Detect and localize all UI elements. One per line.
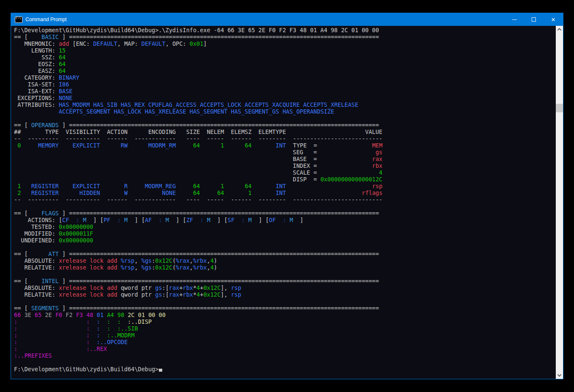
maximize-icon xyxy=(532,17,536,22)
minimize-button[interactable] xyxy=(505,13,524,26)
scroll-up-button[interactable] xyxy=(556,26,563,33)
close-button[interactable]: ✕ xyxy=(543,13,563,26)
command-prompt-window: C:\ Command Prompt ✕ F:\Development\GitH… xyxy=(11,13,563,379)
text-cursor xyxy=(159,369,162,372)
maximize-button[interactable] xyxy=(524,13,543,26)
window-controls: ✕ xyxy=(505,13,563,26)
scrollbar-thumb[interactable] xyxy=(556,104,563,112)
window-title: Command Prompt xyxy=(25,17,67,22)
console-output: F:\Development\GitHub\zydis\Build64\Debu… xyxy=(11,26,556,379)
chevron-up-icon xyxy=(557,28,562,32)
titlebar[interactable]: C:\ Command Prompt ✕ xyxy=(11,13,563,26)
console-icon: C:\ xyxy=(15,17,22,23)
chevron-down-icon xyxy=(557,373,562,377)
close-icon: ✕ xyxy=(551,17,556,22)
minimize-icon xyxy=(512,19,517,20)
console-area: F:\Development\GitHub\zydis\Build64\Debu… xyxy=(11,26,563,379)
console-icon-text: C:\ xyxy=(15,17,21,20)
scrollbar[interactable] xyxy=(556,26,563,379)
scroll-down-button[interactable] xyxy=(556,372,563,379)
